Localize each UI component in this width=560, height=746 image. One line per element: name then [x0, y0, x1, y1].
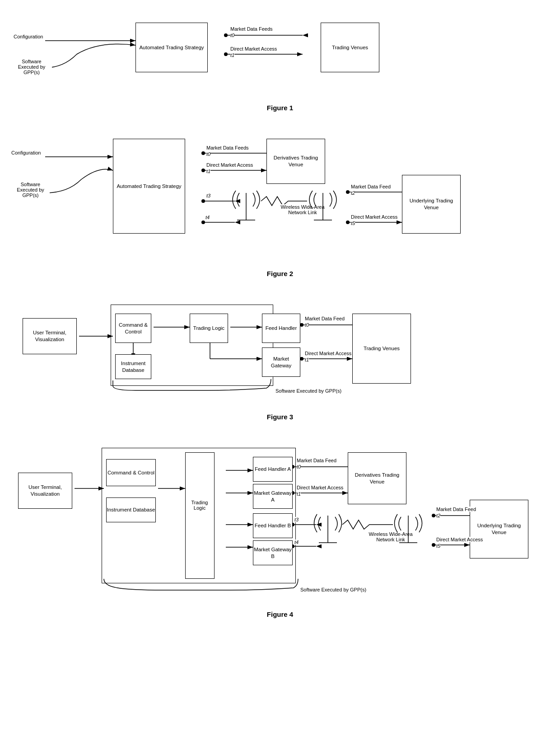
- fig2-dma-t5: Direct Market Access: [351, 214, 397, 220]
- fig4-software: Software Executed by GPP(s): [300, 587, 366, 592]
- fig3-cc-box: Command & Control: [115, 314, 151, 343]
- fig4-underlying: Underlying Trading Venue: [470, 500, 528, 558]
- fig1-title: Figure 1: [9, 104, 551, 112]
- fig4-mga: Market Gateway A: [253, 484, 293, 509]
- fig4-fha: Feed Handler A: [253, 457, 293, 482]
- fig4-dma-t5: Direct Market Access: [436, 537, 483, 542]
- mdf-label: Market Data Feeds: [230, 26, 273, 32]
- fig3-title: Figure 3: [9, 413, 551, 421]
- figure3-container: User Terminal, Visualization Command & C…: [9, 291, 551, 421]
- fig4-t2: t2: [436, 513, 440, 518]
- fig2-underlying-box: Underlying Trading Venue: [402, 175, 461, 234]
- fig2-ats-box: Automated Trading Strategy: [113, 139, 185, 234]
- fig3-user-terminal: User Terminal, Visualization: [23, 318, 77, 354]
- fig4-inst-db: Instrument Database: [106, 497, 156, 522]
- fig4-mdf-t2: Market Data Feed: [436, 507, 476, 512]
- fig3-inst-db: Instrument Database: [115, 354, 151, 379]
- fig4-t3: t3: [294, 517, 299, 522]
- fig4-mgb: Market Gateway B: [253, 540, 293, 565]
- fig4-fhb: Feed Handler B: [253, 513, 293, 538]
- figure2-diagram: Configuration Software Executed by GPP(s…: [9, 125, 551, 265]
- t0-label: t0: [230, 33, 234, 38]
- fig3-trading-logic: Trading Logic: [190, 314, 228, 343]
- fig2-config: Configuration: [11, 150, 41, 155]
- fig2-t2: t2: [351, 190, 355, 196]
- svg-point-2: [224, 33, 228, 37]
- svg-point-17: [346, 190, 350, 194]
- fig3-dma: Direct Market Access: [305, 351, 351, 356]
- fig2-t1: t1: [206, 169, 210, 174]
- svg-point-4: [224, 52, 228, 56]
- fig4-mdf-t0: Market Data Feed: [297, 458, 336, 463]
- svg-point-11: [201, 151, 205, 155]
- ats-box: Automated Trading Strategy: [135, 23, 208, 72]
- figure4-container: User Terminal, Visualization Command & C…: [9, 434, 551, 618]
- figure1-diagram: Configuration Software Executed by GPP(s…: [9, 9, 551, 99]
- fig4-t5: t5: [436, 543, 440, 549]
- fig2-mdf-t2: Market Data Feed: [351, 184, 391, 189]
- fig4-t4: t4: [294, 540, 299, 545]
- fig4-user-terminal: User Terminal, Visualization: [18, 473, 72, 509]
- fig3-market-gateway: Market Gateway: [262, 347, 300, 377]
- figure2-container: Configuration Software Executed by GPP(s…: [9, 125, 551, 277]
- figure1-container: Configuration Software Executed by GPP(s…: [9, 9, 551, 112]
- svg-point-21: [346, 221, 350, 224]
- fig4-t0: t0: [297, 464, 301, 469]
- trading-venues-box: Trading Venues: [321, 23, 379, 72]
- t1-label: t1: [230, 52, 234, 58]
- fig2-t4: t4: [205, 215, 210, 220]
- fig3-software: Software Executed by GPP(s): [275, 388, 341, 394]
- fig4-deriv: Derivatives Trading Venue: [348, 452, 406, 504]
- figure3-diagram: User Terminal, Visualization Command & C…: [9, 291, 551, 408]
- fig4-title: Figure 4: [9, 610, 551, 618]
- fig3-trading-venues: Trading Venues: [352, 314, 411, 384]
- fig2-t0: t0: [206, 151, 210, 157]
- fig4-cc: Command & Control: [106, 459, 156, 486]
- fig3-t0: t0: [305, 322, 309, 328]
- svg-point-57: [432, 543, 435, 547]
- config-label: Configuration: [14, 34, 43, 39]
- fig2-dma: Direct Market Access: [206, 162, 253, 168]
- fig2-mdf: Market Data Feeds: [206, 145, 249, 150]
- fig3-t1: t1: [305, 357, 309, 362]
- svg-point-15: [201, 199, 205, 203]
- svg-point-55: [432, 514, 435, 517]
- fig2-t3-label: t3: [206, 193, 210, 198]
- fig4-dma-t1: Direct Market Access: [297, 485, 343, 490]
- fig4-t1: t1: [297, 491, 301, 497]
- software-label: Software Executed by GPP(s): [11, 59, 52, 75]
- fig3-mdf: Market Data Feed: [305, 316, 345, 321]
- svg-point-37: [300, 357, 303, 361]
- fig2-title: Figure 2: [9, 270, 551, 277]
- fig2-deriv-box: Derivatives Trading Venue: [266, 139, 325, 184]
- fig2-t5: t5: [351, 221, 355, 226]
- figure4-diagram: User Terminal, Visualization Command & C…: [9, 434, 551, 606]
- fig3-feed-handler: Feed Handler: [262, 314, 300, 343]
- svg-point-13: [201, 169, 205, 172]
- svg-point-19: [201, 221, 205, 224]
- svg-point-35: [300, 323, 303, 327]
- dma-label: Direct Market Access: [230, 46, 277, 52]
- fig2-software: Software Executed by GPP(s): [11, 182, 50, 198]
- fig4-tl-box: [185, 452, 215, 579]
